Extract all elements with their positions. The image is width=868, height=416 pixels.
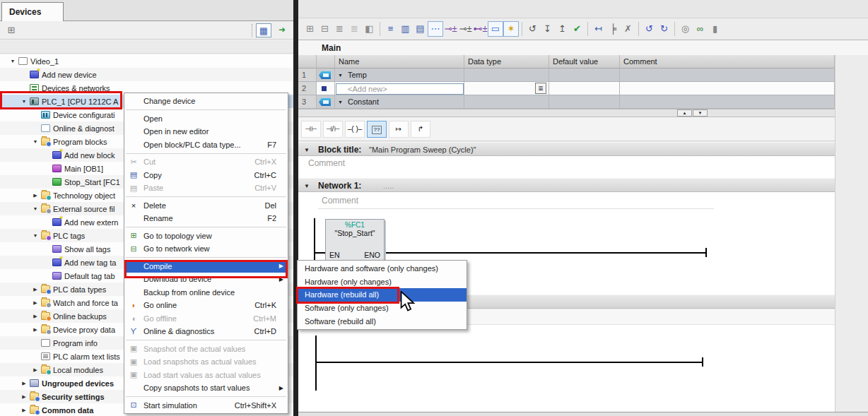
collapse-down-button[interactable]: ▼ xyxy=(693,109,708,117)
var-default-cell[interactable] xyxy=(549,95,620,109)
submenu-item-hardware-rebuild-all[interactable]: Hardware (rebuild all) xyxy=(298,288,467,302)
delete-network-icon[interactable]: ⊟ xyxy=(317,22,332,36)
block-protection-icon[interactable]: ▮ xyxy=(708,22,722,36)
menu-item-cut[interactable]: ✂ Cut Ctrl+X xyxy=(124,155,288,169)
var-default-cell[interactable] xyxy=(549,82,620,95)
menu-item-load-snapshots-as-actual-values[interactable]: ▣ Load snapshots as actual values xyxy=(124,355,288,369)
menu-item-snapshot-of-the-actual-values[interactable]: ▣ Snapshot of the actual values xyxy=(124,343,288,356)
col-header-comment[interactable]: Comment xyxy=(620,55,835,69)
insert-network-icon[interactable]: ⊞ xyxy=(303,22,317,36)
eno-pin[interactable]: ENO xyxy=(364,251,380,259)
menu-item-go-to-topology-view[interactable]: ⊞ Go to topology view xyxy=(124,230,288,243)
tree-expander-icon[interactable]: ▶ xyxy=(30,300,41,306)
menu-item-load-start-values-as-actual-values[interactable]: ▣ Load start values as actual values xyxy=(124,369,288,382)
var-datatype-cell[interactable] xyxy=(464,95,549,109)
tree-expander-icon[interactable]: ▶ xyxy=(18,381,30,386)
row-expander-icon[interactable]: ▼ xyxy=(338,73,343,78)
submenu-item-hardware-only-changes[interactable]: Hardware (only changes) xyxy=(298,275,467,289)
menu-item-open-block-plc-data-type[interactable]: Open block/PLC data type... F7 xyxy=(124,138,288,152)
close-branch-button[interactable]: ↱ xyxy=(411,121,430,138)
menu-item-go-online[interactable]: ◗ Go online Ctrl+K xyxy=(124,299,288,312)
collapse-up-button[interactable]: ▲ xyxy=(677,109,692,117)
collapse-arrow-icon[interactable]: ▼ xyxy=(304,147,310,153)
collapse-networks-icon[interactable]: ▥ xyxy=(398,22,413,36)
goto-definition-icon[interactable]: ↤ xyxy=(591,22,606,36)
var-comment-cell[interactable] xyxy=(620,69,835,82)
coil-button[interactable]: –( )– xyxy=(345,121,365,138)
menu-item-change-device[interactable]: Change device xyxy=(124,95,288,108)
tree-expander-icon[interactable]: ▶ xyxy=(30,367,41,373)
delete-bookmark-icon[interactable]: ✗ xyxy=(621,22,635,36)
row-display-icon[interactable]: ▤ xyxy=(413,22,428,36)
tree-expander-icon[interactable]: ▼ xyxy=(18,99,30,104)
var-default-cell[interactable] xyxy=(549,69,620,82)
menu-item-backup-from-online-device[interactable]: Backup from online device xyxy=(124,286,288,299)
menu-item-start-simulation[interactable]: ⊡ Start simulation Ctrl+Shift+X xyxy=(124,399,288,412)
network1-bar[interactable]: ▼ Network 1: ..... xyxy=(298,178,835,192)
tree-expander-icon[interactable]: ▶ xyxy=(30,193,41,198)
var-name-cell[interactable]: Temp xyxy=(335,69,464,82)
closed-contact-button[interactable]: ⊣/⊢ xyxy=(323,121,343,138)
reset-start-values-icon[interactable]: ◧ xyxy=(362,22,377,36)
comments-toggle-icon[interactable]: ⋯ xyxy=(428,21,443,37)
panel-divider[interactable] xyxy=(293,0,298,416)
add-new-variable-input[interactable] xyxy=(336,83,464,95)
tree-expander-icon[interactable]: ▶ xyxy=(18,408,30,413)
menu-item-rename[interactable]: Rename F2 xyxy=(124,212,288,225)
tree-expander-icon[interactable]: ▼ xyxy=(30,206,41,211)
open-branch-button[interactable]: ↦ xyxy=(389,121,409,138)
network1-comment[interactable]: Comment xyxy=(322,196,358,206)
restore-window-settings-icon[interactable]: ↥ xyxy=(555,22,570,36)
col-header-datatype[interactable]: Data type xyxy=(464,55,549,69)
consistency-check-icon[interactable]: ✔ xyxy=(570,22,585,36)
menu-item-copy[interactable]: ▤ Copy Ctrl+C xyxy=(124,169,288,182)
menu-item-open-in-new-editor[interactable]: Open in new editor xyxy=(124,125,288,138)
block-title-value[interactable]: "Main Program Sweep (Cycle)" xyxy=(369,145,476,154)
open-in-editor-icon[interactable]: ➜ xyxy=(274,23,290,37)
tree-expander-icon[interactable]: ▼ xyxy=(30,233,41,238)
menu-item-open[interactable]: Open xyxy=(124,112,288,126)
tree-expander-icon[interactable]: ▶ xyxy=(18,394,30,400)
fc-call-block[interactable]: %FC1 "Stop_Start" EN ENO xyxy=(325,219,385,262)
menu-item-delete[interactable]: × Delete Del xyxy=(124,199,288,213)
find-operand-icon[interactable]: ◎ xyxy=(678,22,693,36)
apply-changes-icon[interactable]: ↻ xyxy=(657,22,671,36)
tree-expander-icon[interactable]: ▼ xyxy=(30,139,41,144)
tree-expander-icon[interactable]: ▶ xyxy=(30,327,41,333)
datatype-picker-button[interactable]: ≣ xyxy=(535,83,546,94)
favorites-toggle-icon[interactable]: ✶ xyxy=(503,21,519,37)
tree-item-add-new-device[interactable]: Add new device xyxy=(0,68,294,81)
menu-item-paste[interactable]: ▤ Paste Ctrl+V xyxy=(124,182,288,195)
en-pin[interactable]: EN xyxy=(329,251,340,259)
add-row-icon[interactable]: ≣ xyxy=(347,22,362,36)
menu-item-compile[interactable]: Compile ▶ xyxy=(124,260,288,273)
menu-item-copy-snapshots-to-start-values[interactable]: Copy snapshots to start values ▶ xyxy=(124,381,288,395)
empty-box-button[interactable]: ?? xyxy=(367,121,387,138)
expand-networks-icon[interactable]: ≡ xyxy=(383,22,398,36)
network-comments-icon[interactable]: ▭ xyxy=(488,21,503,37)
col-header-defaultvalue[interactable]: Default value xyxy=(549,55,620,69)
submenu-item-hardware-and-software-only-changes[interactable]: Hardware and software (only changes) xyxy=(298,262,467,275)
row-expander-icon[interactable]: ▼ xyxy=(338,100,343,105)
discard-changes-icon[interactable]: ↺ xyxy=(642,22,657,36)
set-bookmark-icon[interactable]: ╞ xyxy=(606,22,621,36)
tree-expander-icon[interactable]: ▶ xyxy=(30,314,41,319)
monitoring-onoff-icon[interactable]: ∞ xyxy=(693,22,708,36)
tree-item-video-1[interactable]: ▼ Video_1 xyxy=(0,54,294,68)
tab-devices[interactable]: Devices xyxy=(1,2,64,21)
var-datatype-cell[interactable] xyxy=(464,69,549,82)
absolute-operands-icon[interactable]: ⊸± xyxy=(443,22,458,36)
submenu-item-software-only-changes[interactable]: Software (only changes) xyxy=(298,302,467,315)
operand-representation-icon[interactable]: ⊸± xyxy=(458,22,473,36)
block-title-bar[interactable]: ▼ Block title: "Main Program Sweep (Cycl… xyxy=(298,142,835,156)
edit-columns-icon[interactable]: ⊞ xyxy=(4,23,19,37)
var-name-cell[interactable]: Constant xyxy=(335,95,464,109)
details-view-icon[interactable]: ▦ xyxy=(256,23,271,37)
col-header-name[interactable]: Name xyxy=(335,55,464,69)
var-comment-cell[interactable] xyxy=(620,82,835,95)
tree-expander-icon[interactable]: ▶ xyxy=(30,287,41,292)
undo-icon[interactable]: ↺ xyxy=(525,22,540,36)
menu-item-download-to-device[interactable]: Download to device ▶ xyxy=(124,273,288,286)
tree-expander-icon[interactable]: ▼ xyxy=(7,59,18,64)
menu-item-go-to-network-view[interactable]: ⊟ Go to network view xyxy=(124,242,288,256)
